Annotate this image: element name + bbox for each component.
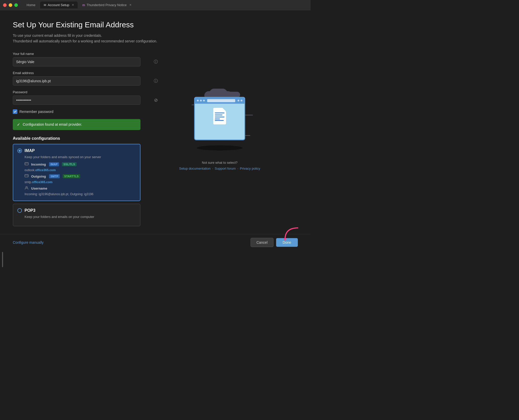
done-button[interactable]: Done	[276, 238, 298, 247]
subtitle-line1: To use your current email address fill i…	[13, 33, 102, 38]
incoming-server: outlook.office365.com	[25, 168, 136, 172]
doc-container	[197, 107, 242, 125]
incoming-row: Incoming IMAP SSL/TLS	[25, 162, 136, 167]
status-message: Configuration found at email provider.	[23, 122, 82, 126]
remember-password-label: Remember password	[19, 110, 53, 114]
svg-rect-2	[25, 174, 28, 177]
email-label: Email address	[13, 71, 161, 75]
cancel-button[interactable]: Cancel	[251, 238, 274, 247]
password-input-wrapper: ⊘	[13, 96, 161, 105]
svg-point-3	[27, 176, 28, 176]
document-icon-illustration	[213, 108, 226, 124]
tab-account-setup-label: Account Setup	[48, 3, 69, 7]
browser-dot-4	[238, 100, 239, 101]
pop3-radio[interactable]	[17, 208, 22, 213]
doc-line-2	[215, 114, 222, 115]
doc-line-3	[215, 116, 225, 118]
tab-bar: Home ✉ Account Setup ✕ m Thunderbird Pri…	[23, 2, 308, 8]
configure-manually-link[interactable]: Configure manually	[13, 240, 44, 244]
tab-account-setup-close[interactable]: ✕	[72, 3, 74, 7]
tab-privacy[interactable]: m Thunderbird Privacy Notice ✕	[79, 2, 135, 8]
minimize-button[interactable]	[9, 3, 12, 7]
browser-url-bar	[207, 99, 235, 102]
tab-privacy-label: Thunderbird Privacy Notice	[87, 3, 127, 7]
pop3-card-header: POP3	[17, 208, 136, 213]
outgoing-server: smtp.office365.com	[25, 180, 136, 184]
incoming-icon	[25, 162, 29, 167]
browser-dot-1	[197, 100, 199, 101]
main-content: Set Up Your Existing Email Address To us…	[0, 10, 311, 229]
svg-point-4	[26, 186, 27, 188]
window-controls	[3, 3, 18, 7]
pop3-type-label: POP3	[25, 208, 36, 213]
help-links: Setup documentation - Support forum - Pr…	[179, 167, 260, 170]
separator-2: -	[237, 167, 238, 170]
email-info-icon: ⓘ	[154, 78, 158, 84]
tab-account-setup[interactable]: ✉ Account Setup ✕	[40, 2, 78, 8]
full-name-input-wrapper: ⓘ	[13, 57, 161, 66]
privacy-policy-link[interactable]: Privacy policy	[240, 167, 260, 170]
imap-radio[interactable]	[17, 148, 22, 153]
doc-line-1	[215, 112, 225, 113]
page-subtitle: To use your current email address fill i…	[13, 33, 161, 44]
config-card-pop3[interactable]: POP3 Keep your folders and emails on you…	[13, 204, 140, 226]
imap-badge: IMAP	[49, 162, 59, 166]
config-card-imap[interactable]: IMAP Keep your folders and emails synced…	[13, 144, 140, 201]
tab-home-label: Home	[27, 3, 36, 7]
full-name-input[interactable]	[13, 57, 140, 66]
password-group: Password ⊘	[13, 90, 161, 105]
browser-dot-5	[241, 100, 242, 101]
cloud-shape-2	[209, 89, 227, 98]
username-row: Username	[25, 186, 136, 191]
password-toggle-icon[interactable]: ⊘	[154, 97, 158, 103]
browser-dot-3	[203, 100, 205, 101]
pop3-description: Keep your folders and emails on your com…	[25, 215, 136, 219]
separator-1: -	[212, 167, 213, 170]
tab-privacy-close[interactable]: ✕	[129, 3, 132, 7]
maximize-button[interactable]	[14, 3, 18, 7]
doc-line-5	[215, 120, 224, 121]
right-panel: Not sure what to select? Setup documenta…	[171, 20, 268, 229]
done-button-container: Done	[276, 238, 298, 247]
privacy-tab-icon: m	[82, 3, 85, 7]
illustration	[184, 84, 255, 156]
imap-type-label: IMAP	[25, 148, 35, 153]
help-prompt: Not sure what to select?	[202, 161, 237, 165]
email-input-wrapper: ⓘ	[13, 76, 161, 86]
outgoing-row: Outgoing SMTP STARTTLS	[25, 174, 136, 179]
incoming-label: Incoming	[31, 162, 46, 166]
full-name-group: Your full name ⓘ	[13, 52, 161, 66]
svg-point-1	[25, 164, 26, 164]
username-label: Username	[31, 186, 47, 190]
doc-corner	[222, 108, 226, 111]
tab-home[interactable]: Home	[23, 2, 39, 8]
imap-card-header: IMAP	[17, 148, 136, 153]
subtitle-line2: Thunderbird will automatically search fo…	[13, 39, 157, 43]
email-input[interactable]	[13, 76, 140, 86]
outgoing-icon	[25, 174, 29, 179]
outgoing-label: Outgoing	[31, 174, 46, 178]
status-banner: ✓ Configuration found at email provider.	[13, 119, 140, 130]
page-heading: Set Up Your Existing Email Address	[13, 20, 161, 29]
password-label: Password	[13, 90, 161, 94]
ssltls-badge: SSL/TLS	[62, 162, 76, 166]
doc-line-4	[215, 119, 220, 119]
username-value: Incoming: ig3196@alunos.ipb.pt, Outgoing…	[25, 192, 136, 196]
smtp-badge: SMTP	[49, 174, 60, 178]
full-name-label: Your full name	[13, 52, 161, 56]
browser-window-illustration	[194, 97, 245, 140]
close-button[interactable]	[3, 3, 7, 7]
bottom-buttons: Cancel Done	[251, 238, 298, 247]
shadow-ellipse	[197, 145, 243, 150]
success-icon: ✓	[17, 122, 20, 127]
starttls-badge: STARTTLS	[63, 174, 80, 178]
titlebar: Home ✉ Account Setup ✕ m Thunderbird Pri…	[0, 0, 311, 10]
email-group: Email address ⓘ	[13, 71, 161, 86]
browser-bar	[195, 98, 244, 104]
password-input[interactable]	[13, 96, 140, 105]
remember-password-checkbox[interactable]	[13, 109, 17, 114]
email-tab-icon: ✉	[44, 3, 46, 7]
setup-documentation-link[interactable]: Setup documentation	[179, 167, 210, 170]
bottom-bar: Configure manually Cancel Done	[0, 234, 311, 251]
support-forum-link[interactable]: Support forum	[215, 167, 236, 170]
